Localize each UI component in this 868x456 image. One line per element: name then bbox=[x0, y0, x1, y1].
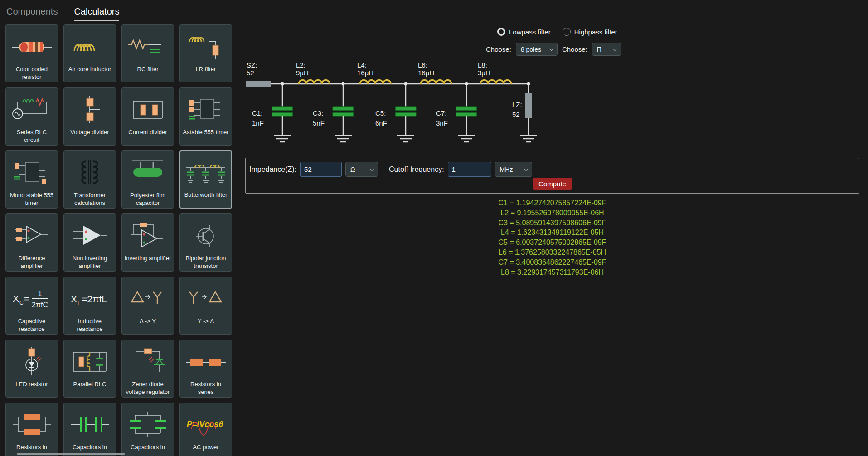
calculator-tile-label: Zener diode voltage regulator bbox=[122, 381, 174, 397]
delta-to-wye-icon bbox=[122, 277, 174, 318]
result-line: C3 = 5.0895914397598606E-09F bbox=[245, 218, 859, 228]
capacitor-value: 3nF bbox=[436, 119, 448, 127]
calculator-tile-label: Parallel RLC bbox=[64, 381, 116, 397]
calculator-tile-series-rlc[interactable]: Series RLC circuit bbox=[5, 87, 58, 146]
calculator-tile-capacitors-in-series[interactable]: Capacitors in bbox=[63, 403, 116, 456]
calculator-tile-inverting-amplifier[interactable]: Inverting amplifier bbox=[121, 213, 174, 272]
topology-dropdown[interactable]: Π bbox=[592, 43, 621, 56]
calculator-tile-polyester-film-capacitor[interactable]: Polyester film capacitor bbox=[121, 150, 174, 209]
color-coded-resistor-icon bbox=[6, 25, 58, 66]
capacitor-value: 6nF bbox=[375, 119, 387, 127]
calculator-tile-wye-to-delta[interactable]: Y -> Δ bbox=[179, 277, 232, 335]
calculator-tile-monostable-555-timer[interactable]: Mono stable 555 timer bbox=[5, 150, 58, 209]
svg-text:X: X bbox=[71, 294, 77, 304]
difference-amplifier-icon bbox=[6, 214, 58, 255]
parallel-rlc-icon bbox=[64, 340, 116, 381]
inductor-label: L8: bbox=[478, 61, 487, 69]
load-impedance-label: LZ: bbox=[512, 101, 522, 108]
lowpass-radio-label: Lowpass filter bbox=[509, 28, 551, 36]
calculator-tile-label: Capacitive reactance bbox=[6, 318, 58, 334]
calculator-tile-difference-amplifier[interactable]: Difference amplifier bbox=[5, 213, 58, 272]
monostable-555-timer-icon bbox=[6, 151, 58, 192]
calculator-tile-label: Difference amplifier bbox=[6, 255, 58, 271]
calculator-tile-astable-555-timer[interactable]: Astable 555 timer bbox=[179, 87, 232, 146]
svg-text:X: X bbox=[13, 293, 19, 304]
load-impedance: LZ: 52 bbox=[512, 82, 537, 142]
chevron-down-icon bbox=[524, 166, 528, 171]
calculator-tile-label: Δ -> Y bbox=[122, 318, 174, 334]
rc-filter-icon bbox=[122, 25, 174, 66]
capacitor-label: C7: bbox=[436, 109, 446, 117]
calculator-tile-label: Mono stable 555 timer bbox=[6, 192, 58, 208]
cutoff-frequency-input[interactable] bbox=[448, 162, 491, 177]
butterworth-filter-icon bbox=[180, 151, 231, 191]
astable-555-timer-icon bbox=[180, 88, 232, 129]
result-line: L8 = 3.229317457311793E-06H bbox=[245, 267, 859, 277]
calculator-tile-label: Air core inductor bbox=[64, 66, 116, 82]
sidebar-scrollbar-thumb[interactable] bbox=[17, 453, 125, 455]
current-divider-icon bbox=[122, 88, 174, 129]
calculator-tile-resistors-in-series[interactable]: Resistors in series bbox=[179, 340, 232, 398]
calculator-tile-parallel-rlc[interactable]: Parallel RLC bbox=[63, 340, 116, 398]
calculator-tile-butterworth-filter[interactable]: Butterworth filter bbox=[179, 150, 232, 209]
parameters-box: Impedance(Z): Ω Cutoff frequency: MHz Co… bbox=[245, 158, 859, 194]
impedance-input[interactable] bbox=[300, 162, 342, 177]
highpass-radio-circle[interactable] bbox=[563, 28, 571, 36]
impedance-unit-dropdown[interactable]: Ω bbox=[345, 162, 378, 177]
tab-components[interactable]: Components bbox=[6, 6, 58, 21]
poles-dropdown-value: 8 poles bbox=[521, 46, 541, 53]
source-impedance: SZ: 52 bbox=[246, 61, 271, 87]
svg-text:=2πfL: =2πfL bbox=[82, 294, 107, 304]
filter-circuit-diagram: SZ: 52 C1: 1nF C3: 5nF C5: 6nF bbox=[245, 60, 553, 150]
transformer-icon bbox=[64, 151, 116, 192]
calculator-tile-non-inverting-amplifier[interactable]: Non inverting amplifier bbox=[63, 213, 116, 272]
shunt-capacitor-branch-c3: C3: 5nF bbox=[313, 82, 354, 142]
inductor-label: L6: bbox=[418, 61, 427, 69]
calculator-tile-led-resistor[interactable]: LED resistor bbox=[5, 340, 58, 398]
zener-diode-regulator-icon bbox=[122, 340, 174, 381]
chevron-down-icon bbox=[370, 166, 374, 171]
shunt-capacitor-branch-c1: C1: 1nF bbox=[252, 82, 293, 142]
lowpass-radio[interactable]: Lowpass filter bbox=[497, 28, 551, 36]
load-impedance-value: 52 bbox=[512, 111, 520, 118]
series-inductor-l6: L6: 16μH bbox=[418, 61, 451, 84]
poles-dropdown[interactable]: 8 poles bbox=[516, 43, 558, 56]
resistors-in-series-icon bbox=[180, 340, 232, 381]
tab-calculators[interactable]: Calculators bbox=[74, 6, 119, 21]
calculator-tile-label: Butterworth filter bbox=[180, 191, 231, 208]
calculator-tile-zener-diode-regulator[interactable]: Zener diode voltage regulator bbox=[121, 340, 174, 398]
capacitor-value: 1nF bbox=[252, 119, 264, 127]
capacitive-reactance-formula-icon: XC=12πfC bbox=[6, 277, 58, 318]
capacitors-in-parallel-icon bbox=[122, 403, 174, 444]
series-inductor-l8: L8: 3μH bbox=[478, 61, 511, 84]
calculator-tile-color-coded-resistor[interactable]: Color coded resistor bbox=[5, 24, 58, 82]
calculator-tile-label: Current divider bbox=[122, 129, 174, 145]
calculator-tile-lr-filter[interactable]: LR filter bbox=[179, 24, 232, 82]
bipolar-junction-transistor-icon bbox=[180, 214, 232, 255]
result-line: C7 = 3.4008364862227465E-09F bbox=[245, 257, 859, 267]
calculator-tile-delta-to-wye[interactable]: Δ -> Y bbox=[121, 277, 174, 335]
chevron-down-icon bbox=[549, 46, 553, 51]
calculator-tile-voltage-divider[interactable]: Voltage divider bbox=[63, 87, 116, 146]
lowpass-radio-circle[interactable] bbox=[497, 28, 505, 36]
calculator-tile-resistors-in-parallel[interactable]: Resistors in bbox=[5, 403, 58, 456]
calculator-tile-inductive-reactance[interactable]: XL=2πfL Inductive reactance bbox=[63, 277, 116, 335]
inductor-value: 16μH bbox=[357, 69, 373, 77]
highpass-radio[interactable]: Highpass filter bbox=[563, 28, 617, 36]
calculator-tile-label: LED resistor bbox=[6, 381, 58, 397]
calculator-tile-ac-power[interactable]: P=IVcosθ AC power bbox=[179, 403, 232, 456]
calculator-tile-capacitive-reactance[interactable]: XC=12πfC Capacitive reactance bbox=[5, 277, 58, 335]
calculator-grid: Color coded resistor Air core inductor R… bbox=[0, 21, 240, 456]
calculator-tile-rc-filter[interactable]: RC filter bbox=[121, 24, 174, 82]
calculator-tile-transformer[interactable]: Transformer calculations bbox=[63, 150, 116, 209]
calculator-tile-bipolar-junction-transistor[interactable]: Bipolar junction transistor bbox=[179, 213, 232, 272]
calculator-tile-current-divider[interactable]: Current divider bbox=[121, 87, 174, 146]
source-impedance-label: SZ: bbox=[247, 61, 257, 69]
calculator-tile-label: Capacitors in bbox=[122, 444, 174, 456]
calculator-tile-capacitors-in-parallel[interactable]: Capacitors in bbox=[121, 403, 174, 456]
calculator-tile-air-core-inductor[interactable]: Air core inductor bbox=[63, 24, 116, 82]
capacitor-label: C1: bbox=[252, 109, 262, 117]
compute-button[interactable]: Compute bbox=[533, 178, 572, 190]
cutoff-unit-dropdown[interactable]: MHz bbox=[495, 162, 532, 177]
calculator-tile-label: Resistors in series bbox=[180, 381, 232, 397]
